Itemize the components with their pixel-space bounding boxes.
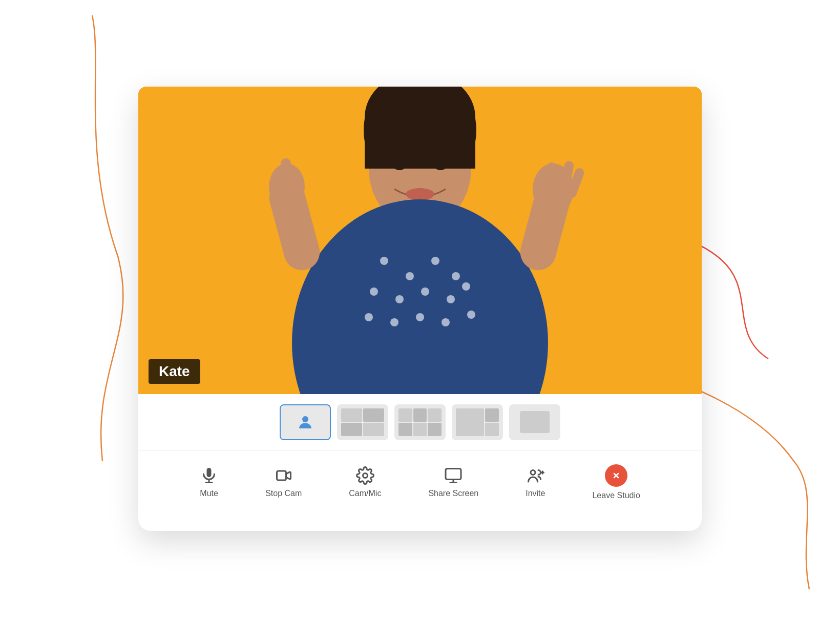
mute-button[interactable]: Mute <box>192 461 226 503</box>
thumbnail-mini[interactable] <box>509 404 560 440</box>
svg-point-14 <box>370 287 378 296</box>
thumbnail-row <box>138 394 702 450</box>
thumbnail-wide[interactable] <box>452 404 503 440</box>
svg-point-6 <box>434 162 447 170</box>
share-screen-button[interactable]: Share Screen <box>420 461 487 503</box>
invite-button[interactable]: Invite <box>517 461 553 503</box>
svg-point-37 <box>363 473 367 478</box>
svg-point-12 <box>431 257 439 265</box>
svg-point-10 <box>380 257 388 265</box>
stop-cam-button[interactable]: Stop Cam <box>257 461 310 503</box>
svg-point-7 <box>406 188 434 200</box>
cam-mic-button[interactable]: Cam/Mic <box>341 461 389 503</box>
camera-icon <box>275 466 293 485</box>
participant-name-tag: Kate <box>149 359 200 384</box>
person-thumb-icon <box>296 413 314 431</box>
svg-point-23 <box>467 311 475 319</box>
svg-point-21 <box>416 313 424 321</box>
leave-studio-label: Leave Studio <box>592 491 640 500</box>
camera-feed: Kate <box>138 87 702 394</box>
svg-point-20 <box>390 318 398 326</box>
invite-icon <box>526 466 544 485</box>
svg-point-18 <box>462 282 470 291</box>
leave-studio-button[interactable]: Leave Studio <box>584 459 648 505</box>
share-screen-label: Share Screen <box>428 489 478 498</box>
thumbnail-grid2[interactable] <box>337 404 388 440</box>
svg-point-5 <box>393 162 406 170</box>
svg-rect-38 <box>446 468 461 479</box>
monitor-icon <box>444 466 463 485</box>
svg-point-22 <box>442 318 450 326</box>
settings-icon <box>356 466 374 485</box>
thumbnail-grid3[interactable] <box>394 404 446 440</box>
svg-point-16 <box>421 287 429 296</box>
svg-point-33 <box>302 416 308 422</box>
svg-point-15 <box>395 295 404 303</box>
controls-bar: Mute Stop Cam Cam/Mic Share Screen <box>138 450 702 516</box>
svg-point-11 <box>406 272 414 280</box>
video-area: Kate <box>138 87 702 394</box>
mute-label: Mute <box>200 489 218 498</box>
svg-point-13 <box>452 272 460 280</box>
svg-rect-4 <box>365 117 475 169</box>
studio-container: Kate <box>138 87 702 531</box>
svg-point-17 <box>447 295 455 303</box>
thumbnail-person[interactable] <box>280 404 331 440</box>
svg-rect-34 <box>207 468 212 477</box>
svg-point-27 <box>284 179 300 199</box>
svg-point-41 <box>531 470 535 475</box>
svg-point-19 <box>365 313 373 321</box>
leave-icon-circle <box>605 464 627 487</box>
cam-mic-label: Cam/Mic <box>349 489 381 498</box>
stop-cam-label: Stop Cam <box>265 489 302 498</box>
mic-icon <box>200 466 218 485</box>
invite-label: Invite <box>526 489 545 498</box>
leave-icon <box>610 469 622 482</box>
